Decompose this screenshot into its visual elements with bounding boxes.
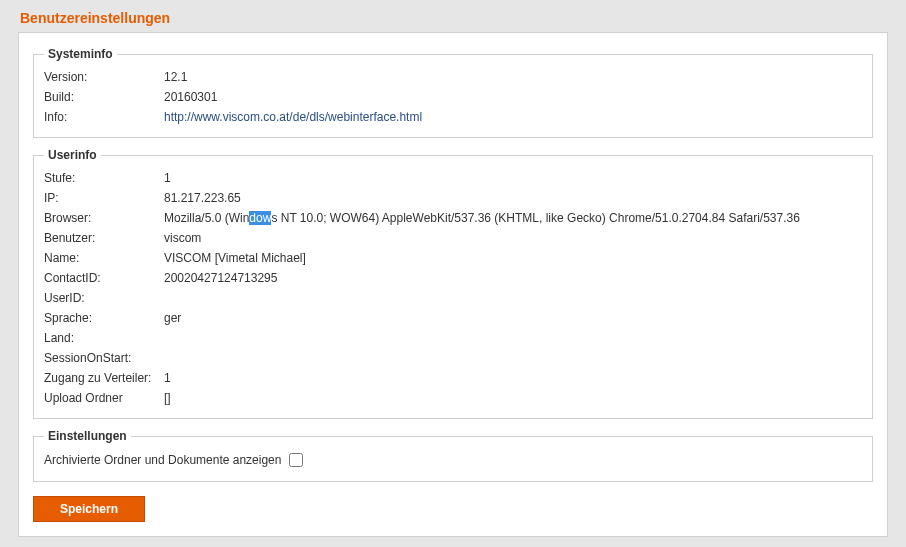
userinfo-userid-row: UserID:	[44, 288, 862, 308]
systeminfo-build-value: 20160301	[164, 87, 217, 107]
userinfo-land-row: Land:	[44, 328, 862, 348]
userinfo-benutzer-label: Benutzer:	[44, 228, 164, 248]
userinfo-uploadordner-row: Upload Ordner []	[44, 388, 862, 408]
userinfo-ip-row: IP: 81.217.223.65	[44, 188, 862, 208]
page-title: Benutzereinstellungen	[20, 10, 906, 26]
systeminfo-version-value: 12.1	[164, 67, 187, 87]
userinfo-benutzer-row: Benutzer: viscom	[44, 228, 862, 248]
browser-text-suffix: s NT 10.0; WOW64) AppleWebKit/537.36 (KH…	[271, 211, 799, 225]
userinfo-zugang-value: 1	[164, 368, 171, 388]
einstellungen-legend: Einstellungen	[44, 429, 131, 443]
userinfo-browser-row: Browser: Mozilla/5.0 (Windows NT 10.0; W…	[44, 208, 862, 228]
userinfo-fieldset: Userinfo Stufe: 1 IP: 81.217.223.65 Brow…	[33, 148, 873, 419]
userinfo-sessiononstart-label: SessionOnStart:	[44, 348, 164, 368]
userinfo-benutzer-value: viscom	[164, 228, 201, 248]
archive-setting-label: Archivierte Ordner und Dokumente anzeige…	[44, 449, 281, 471]
systeminfo-build-row: Build: 20160301	[44, 87, 862, 107]
userinfo-sprache-row: Sprache: ger	[44, 308, 862, 328]
archive-setting-row: Archivierte Ordner und Dokumente anzeige…	[44, 449, 862, 471]
systeminfo-build-label: Build:	[44, 87, 164, 107]
archive-setting-checkbox[interactable]	[289, 453, 303, 467]
userinfo-land-label: Land:	[44, 328, 164, 348]
userinfo-contactid-label: ContactID:	[44, 268, 164, 288]
userinfo-zugang-label: Zugang zu Verteiler:	[44, 368, 164, 388]
userinfo-name-row: Name: VISCOM [Vimetal Michael]	[44, 248, 862, 268]
systeminfo-info-label: Info:	[44, 107, 164, 127]
userinfo-ip-label: IP:	[44, 188, 164, 208]
userinfo-ip-value: 81.217.223.65	[164, 188, 241, 208]
userinfo-browser-value: Mozilla/5.0 (Windows NT 10.0; WOW64) App…	[164, 208, 800, 228]
systeminfo-version-label: Version:	[44, 67, 164, 87]
save-button[interactable]: Speichern	[33, 496, 145, 522]
systeminfo-info-row: Info: http://www.viscom.co.at/de/dls/web…	[44, 107, 862, 127]
browser-text-prefix: Mozilla/5.0 (Win	[164, 211, 249, 225]
userinfo-stufe-value: 1	[164, 168, 171, 188]
userinfo-browser-label: Browser:	[44, 208, 164, 228]
browser-text-highlight: dow	[249, 211, 271, 225]
userinfo-stufe-label: Stufe:	[44, 168, 164, 188]
userinfo-sprache-value: ger	[164, 308, 181, 328]
systeminfo-version-row: Version: 12.1	[44, 67, 862, 87]
userinfo-userid-label: UserID:	[44, 288, 164, 308]
einstellungen-fieldset: Einstellungen Archivierte Ordner und Dok…	[33, 429, 873, 482]
userinfo-name-label: Name:	[44, 248, 164, 268]
userinfo-name-value: VISCOM [Vimetal Michael]	[164, 248, 306, 268]
userinfo-legend: Userinfo	[44, 148, 101, 162]
main-panel: Systeminfo Version: 12.1 Build: 20160301…	[18, 32, 888, 537]
userinfo-stufe-row: Stufe: 1	[44, 168, 862, 188]
userinfo-uploadordner-label: Upload Ordner	[44, 388, 164, 408]
systeminfo-fieldset: Systeminfo Version: 12.1 Build: 20160301…	[33, 47, 873, 138]
userinfo-contactid-row: ContactID: 20020427124713295	[44, 268, 862, 288]
systeminfo-legend: Systeminfo	[44, 47, 117, 61]
userinfo-sprache-label: Sprache:	[44, 308, 164, 328]
userinfo-zugang-row: Zugang zu Verteiler: 1	[44, 368, 862, 388]
systeminfo-info-link[interactable]: http://www.viscom.co.at/de/dls/webinterf…	[164, 107, 422, 127]
userinfo-sessiononstart-row: SessionOnStart:	[44, 348, 862, 368]
userinfo-uploadordner-value: []	[164, 388, 171, 408]
userinfo-contactid-value: 20020427124713295	[164, 268, 277, 288]
